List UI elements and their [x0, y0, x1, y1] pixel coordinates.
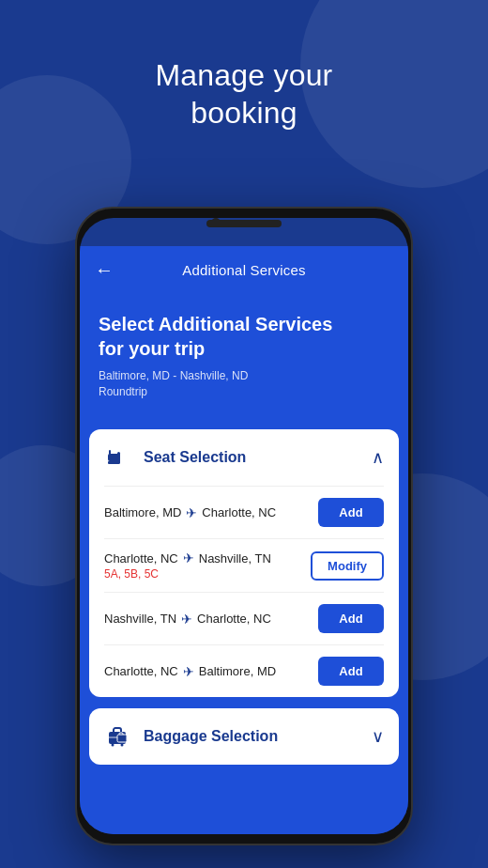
plane-icon-3: ✈ [181, 612, 192, 627]
baggage-selection-header[interactable]: Baggage Selection ∨ [89, 708, 399, 765]
svg-point-6 [112, 744, 114, 747]
seat-selection-chevron: ∧ [372, 447, 384, 468]
svg-point-7 [121, 744, 124, 747]
table-row: Baltimore, MD ✈ Charlotte, NC Add [89, 487, 399, 538]
phone-speaker [206, 220, 282, 227]
dest-4: Baltimore, MD [199, 664, 276, 678]
trip-route: Baltimore, MD - Nashville, ND Roundtrip [99, 368, 389, 400]
seat-selection-title: Seat Selection [144, 449, 372, 466]
app-navbar: ← Additional Services [80, 246, 408, 293]
table-row: Charlotte, NC ✈ Baltimore, MD Add [89, 645, 399, 697]
seat-selection-card: Seat Selection ∧ Baltimore, MD ✈ Charlot… [89, 429, 399, 697]
flight-route-1: Baltimore, MD ✈ Charlotte, NC [104, 505, 318, 520]
flight-route-4: Charlotte, NC ✈ Baltimore, MD [104, 664, 318, 679]
plane-icon-4: ✈ [183, 664, 194, 679]
seat-icon [104, 442, 134, 473]
trip-info: Select Additional Services for your trip… [80, 293, 408, 419]
table-row: Charlotte, NC ✈ Nashville, TN 5A, 5B, 5C… [89, 539, 399, 592]
modify-button-1[interactable]: Modify [311, 551, 384, 581]
baggage-selection-title: Baggage Selection [144, 728, 372, 745]
flight-route-2: Charlotte, NC ✈ Nashville, TN 5A, 5B, 5C [104, 550, 311, 581]
seat-selection-header[interactable]: Seat Selection ∧ [89, 429, 399, 486]
origin-3: Nashville, TN [104, 612, 176, 626]
table-row: Nashville, TN ✈ Charlotte, NC Add [89, 593, 399, 644]
flight-route-3: Nashville, TN ✈ Charlotte, NC [104, 612, 318, 627]
svg-rect-3 [109, 450, 111, 455]
navbar-title: Additional Services [182, 262, 305, 278]
plane-icon-2: ✈ [183, 550, 194, 566]
back-button[interactable]: ← [95, 259, 114, 281]
phone-screen: ← Additional Services Select Additional … [80, 218, 408, 834]
seat-numbers: 5A, 5B, 5C [104, 567, 311, 581]
cards-container: Seat Selection ∧ Baltimore, MD ✈ Charlot… [80, 429, 408, 834]
page-header: Manage your booking [0, 56, 488, 132]
origin-4: Charlotte, NC [104, 664, 178, 678]
svg-rect-8 [117, 735, 127, 742]
baggage-icon [104, 721, 134, 752]
baggage-selection-card: Baggage Selection ∨ [89, 708, 399, 765]
add-button-1[interactable]: Add [318, 498, 384, 527]
origin-2: Charlotte, NC [104, 551, 178, 566]
dest-1: Charlotte, NC [202, 505, 276, 519]
plane-icon-1: ✈ [186, 505, 197, 520]
baggage-selection-chevron: ∨ [372, 726, 384, 747]
dest-3: Charlotte, NC [197, 612, 271, 626]
svg-rect-2 [117, 452, 120, 464]
header-title-line1: Manage your [0, 56, 488, 94]
add-button-3[interactable]: Add [318, 657, 384, 686]
header-title-line2: booking [0, 94, 488, 132]
app-content: Select Additional Services for your trip… [80, 293, 408, 834]
add-button-2[interactable]: Add [318, 604, 384, 633]
origin-1: Baltimore, MD [104, 505, 181, 519]
dest-2: Nashville, TN [199, 551, 271, 566]
phone-frame: ← Additional Services Select Additional … [75, 207, 413, 845]
trip-title: Select Additional Services for your trip [99, 312, 389, 361]
